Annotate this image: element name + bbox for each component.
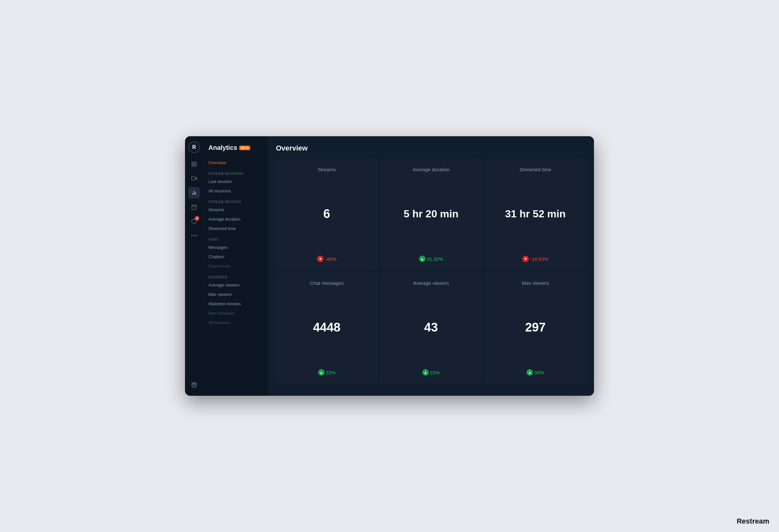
section-stream-metrics: STREAM METRICS	[203, 196, 268, 205]
metric-value-4: 43	[424, 321, 438, 334]
metric-change-1: ▲ 31.32%	[419, 256, 443, 262]
beta-badge: Beta	[239, 146, 250, 150]
logo-button[interactable]: R	[188, 141, 200, 153]
change-text-3: 32%	[326, 370, 336, 375]
svg-rect-9	[192, 205, 196, 210]
metric-change-5: ▲ 58%	[527, 369, 544, 376]
svg-rect-5	[191, 177, 195, 180]
metric-value-2: 31 hr 52 min	[505, 208, 566, 220]
watermark: Restream	[737, 517, 769, 526]
nav-icon-diamond[interactable]: 1	[188, 215, 200, 227]
metric-value-1: 5 hr 20 min	[404, 208, 459, 220]
change-text-4: 23%	[430, 370, 440, 375]
nav-average-duration[interactable]: Average duration	[203, 214, 268, 224]
section-stream-sessions: STREAM SESSIONS	[203, 168, 268, 177]
nav-messages[interactable]: Messages	[203, 243, 268, 252]
metric-card-2: Streamed time 31 hr 52 min ▼ -18.83%	[485, 159, 586, 270]
metric-value-3: 4448	[313, 321, 341, 334]
nav-watched-minutes[interactable]: Watched minutes	[203, 299, 268, 309]
change-icon-4: ▲	[422, 369, 429, 376]
metric-change-3: ▲ 32%	[318, 369, 336, 376]
metric-change-0: ▼ -40%	[317, 256, 336, 262]
metric-label-2: Streamed time	[520, 167, 551, 172]
metric-change-2: ▼ -18.83%	[522, 256, 548, 262]
nav-icon-video[interactable]	[188, 173, 200, 184]
nav-icon-analytics[interactable]	[188, 187, 200, 199]
metric-card-0: Streams 6 ▼ -40%	[276, 159, 377, 270]
section-audience: AUDIENCE	[203, 271, 268, 280]
app-title: Analytics	[208, 144, 237, 151]
metric-value-5: 297	[525, 321, 546, 334]
change-icon-3: ▲	[318, 369, 324, 376]
metric-value-0: 6	[323, 207, 330, 221]
metric-label-5: Max viewers	[522, 280, 549, 286]
change-text-2: -18.83%	[530, 256, 548, 262]
change-icon-1: ▲	[419, 256, 425, 262]
svg-rect-1	[195, 162, 196, 163]
nav-chat-trends: Chat trends	[203, 261, 268, 271]
metrics-grid: Streams 6 ▼ -40% Average duration 5 hr 2…	[276, 159, 586, 384]
nav-icon-gift[interactable]	[188, 379, 200, 391]
metric-label-0: Streams	[318, 167, 336, 172]
app-title-container: Analytics Beta	[203, 141, 268, 158]
change-text-5: 58%	[534, 370, 544, 375]
svg-rect-3	[195, 165, 196, 167]
svg-point-16	[196, 235, 197, 236]
nav-all-followers: All followers	[203, 318, 268, 327]
metric-label-4: Average viewers	[413, 280, 449, 286]
metric-card-3: Chat messages 4448 ▲ 32%	[276, 272, 377, 384]
nav-last-session[interactable]: Last session	[203, 177, 268, 186]
notification-badge: 1	[195, 216, 199, 220]
change-text-1: 31.32%	[427, 256, 443, 262]
nav-icon-more[interactable]	[188, 230, 200, 241]
nav-icon-calendar[interactable]	[188, 201, 200, 213]
change-text-0: -40%	[325, 256, 336, 262]
nav-max-viewers[interactable]: Max viewers	[203, 290, 268, 299]
left-nav: Analytics Beta Overview STREAM SESSIONS …	[203, 136, 268, 396]
change-icon-5: ▲	[527, 369, 533, 376]
svg-marker-4	[195, 177, 197, 180]
metric-label-1: Average duration	[413, 167, 450, 172]
change-icon-0: ▼	[317, 256, 323, 262]
nav-average-viewers[interactable]: Average viewers	[203, 280, 268, 290]
nav-all-sessions[interactable]: All sessions	[203, 186, 268, 196]
svg-rect-0	[192, 162, 193, 163]
metric-change-4: ▲ 23%	[422, 369, 440, 376]
section-chat: CHAT	[203, 233, 268, 243]
nav-overview[interactable]: Overview	[203, 158, 268, 168]
nav-streams[interactable]: Streams	[203, 205, 268, 214]
nav-chatters[interactable]: Chatters	[203, 252, 268, 261]
logo-letter: R	[192, 144, 196, 150]
nav-streamed-time[interactable]: Streamed time	[203, 224, 268, 233]
nav-new-followers: New followers	[203, 309, 268, 318]
page-title: Overview	[276, 144, 586, 152]
svg-rect-2	[192, 165, 193, 167]
icon-sidebar: R 1	[185, 136, 203, 396]
change-icon-2: ▼	[522, 256, 529, 262]
app-container: R 1 Analytics Beta Overview	[185, 136, 594, 396]
nav-icon-dashboard[interactable]	[188, 158, 200, 170]
metric-card-5: Max viewers 297 ▲ 58%	[485, 272, 586, 384]
metric-label-3: Chat messages	[310, 280, 344, 286]
main-content: Overview Streams 6 ▼ -40% Average durati…	[268, 136, 594, 396]
svg-point-14	[191, 235, 192, 236]
svg-point-15	[193, 235, 195, 236]
metric-card-1: Average duration 5 hr 20 min ▲ 31.32%	[380, 159, 482, 270]
metric-card-4: Average viewers 43 ▲ 23%	[380, 272, 482, 384]
